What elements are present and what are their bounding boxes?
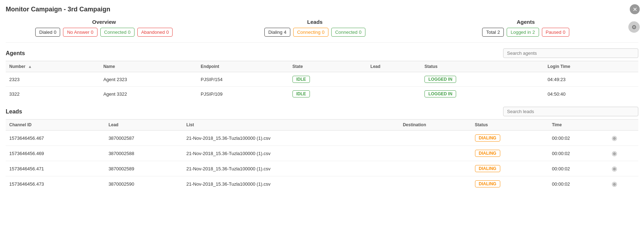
dialing-label: Dialing (268, 30, 283, 35)
agent-login-time: 04:50:40 (544, 87, 638, 101)
remove-lead-button[interactable]: ◉ (612, 134, 617, 142)
total-label: Total (486, 30, 496, 35)
leads-table: Channel ID Lead List Destination Status … (6, 119, 638, 191)
lead-number: 3870002589 (105, 161, 183, 176)
leads-col-channel-id: Channel ID (6, 120, 105, 131)
lead-destination (399, 161, 471, 176)
agents-overview-badges: Total 2 Logged in 2 Paused 0 (482, 28, 569, 37)
paused-value: 0 (563, 30, 565, 35)
connected-value: 0 (128, 30, 130, 35)
overview-section: Overview Dialed 0 No Answer 0 Connected … (6, 19, 638, 43)
table-row: 1573646456.469 3870002588 21-Nov-2018_15… (6, 146, 638, 161)
connecting-label: Connecting (297, 30, 321, 35)
agents-col-lead: Lead (367, 61, 421, 72)
lead-status: DIALING (471, 161, 549, 176)
logged-in-badge: Logged in 2 (507, 28, 539, 37)
lead-channel-id: 1573646456.471 (6, 161, 105, 176)
leads-section-header: Leads (6, 107, 638, 116)
leads-overview-badges: Dialing 4 Connecting 0 Connected 0 (264, 28, 365, 37)
leads-overview-group: Leads Dialing 4 Connecting 0 Connected 0 (217, 19, 413, 37)
agents-col-login-time: Login Time (544, 61, 638, 72)
leads-connected-label: Connected (335, 30, 358, 35)
settings-icon: ⚙ (632, 24, 637, 31)
leads-connected-badge: Connected 0 (331, 28, 365, 37)
lead-time: 00:00:02 (548, 176, 608, 192)
lead-number: 3870002588 (105, 146, 183, 161)
total-badge: Total 2 (482, 28, 504, 37)
agent-name: Agent 3322 (100, 87, 197, 101)
abandoned-badge: Abandoned 0 (137, 28, 173, 37)
close-button[interactable]: ✕ (630, 4, 640, 14)
no-answer-label: No Answer (67, 30, 89, 35)
paused-badge: Paused 0 (542, 28, 569, 37)
lead-destination (399, 146, 471, 161)
agent-state: IDLE (289, 87, 367, 101)
lead-time: 00:00:02 (548, 131, 608, 146)
page-container: ✕ Monitor Campaign - 3rd Campaign Overvi… (0, 0, 644, 239)
agent-state: IDLE (289, 72, 367, 87)
leads-table-header-row: Channel ID Lead List Destination Status … (6, 120, 638, 131)
overview-title: Overview (92, 19, 116, 25)
lead-remove[interactable]: ◉ (608, 146, 638, 161)
lead-remove[interactable]: ◉ (608, 176, 638, 192)
abandoned-value: 0 (166, 30, 169, 35)
remove-lead-button[interactable]: ◉ (612, 149, 617, 157)
agent-lead (367, 72, 421, 87)
leads-col-list: List (183, 120, 399, 131)
agents-section-title: Agents (6, 50, 25, 57)
agents-overview-title: Agents (517, 19, 535, 25)
overview-group: Overview Dialed 0 No Answer 0 Connected … (6, 19, 202, 37)
total-value: 2 (497, 30, 500, 35)
agent-number: 2323 (6, 72, 100, 87)
no-answer-badge: No Answer 0 (63, 28, 97, 37)
lead-list: 21-Nov-2018_15.36-Tuzla100000 (1).csv (183, 176, 399, 192)
no-answer-value: 0 (91, 30, 93, 35)
table-row: 1573646456.471 3870002589 21-Nov-2018_15… (6, 161, 638, 176)
lead-number: 3870002590 (105, 176, 183, 192)
connected-badge: Connected 0 (100, 28, 134, 37)
remove-lead-button[interactable]: ◉ (612, 165, 617, 172)
leads-col-time: Time (548, 120, 608, 131)
remove-lead-button[interactable]: ◉ (612, 180, 617, 188)
leads-col-action (608, 120, 638, 131)
lead-time: 00:00:02 (548, 161, 608, 176)
overview-badges: Dialed 0 No Answer 0 Connected 0 Abandon… (35, 28, 173, 37)
lead-destination (399, 176, 471, 192)
lead-channel-id: 1573646456.473 (6, 176, 105, 192)
agent-name: Agent 2323 (100, 72, 197, 87)
lead-channel-id: 1573646456.469 (6, 146, 105, 161)
connecting-value: 0 (322, 30, 324, 35)
dialed-value: 0 (54, 30, 56, 35)
lead-remove[interactable]: ◉ (608, 131, 638, 146)
close-icon: ✕ (633, 6, 637, 13)
lead-status: DIALING (471, 131, 549, 146)
logged-in-label: Logged in (511, 30, 531, 35)
search-agents-input[interactable] (503, 48, 638, 58)
agent-number: 3322 (6, 87, 100, 101)
agents-col-status: Status (421, 61, 544, 72)
abandoned-label: Abandoned (141, 30, 165, 35)
leads-col-status: Status (471, 120, 549, 131)
agents-section-header: Agents (6, 48, 638, 58)
search-leads-input[interactable] (503, 107, 638, 116)
paused-label: Paused (546, 30, 561, 35)
leads-connected-value: 0 (359, 30, 361, 35)
settings-button[interactable]: ⚙ (628, 21, 640, 33)
logged-in-value: 2 (532, 30, 535, 35)
lead-list: 21-Nov-2018_15.36-Tuzla100000 (1).csv (183, 131, 399, 146)
table-row: 1573646456.473 3870002590 21-Nov-2018_15… (6, 176, 638, 192)
page-title: Monitor Campaign - 3rd Campaign (6, 6, 638, 13)
dialing-value: 4 (284, 30, 286, 35)
agents-col-name: Name (100, 61, 197, 72)
lead-list: 21-Nov-2018_15.36-Tuzla100000 (1).csv (183, 161, 399, 176)
connecting-badge: Connecting 0 (293, 28, 328, 37)
table-row: 2323 Agent 2323 PJSIP/154 IDLE LOGGED IN… (6, 72, 638, 87)
agent-endpoint: PJSIP/154 (197, 72, 289, 87)
agents-table-header-row: Number ▲ Name Endpoint State Lead Status… (6, 61, 638, 72)
table-row: 1573646456.467 3870002587 21-Nov-2018_15… (6, 131, 638, 146)
lead-destination (399, 131, 471, 146)
leads-section-title: Leads (6, 108, 22, 115)
lead-channel-id: 1573646456.467 (6, 131, 105, 146)
lead-remove[interactable]: ◉ (608, 161, 638, 176)
agents-col-endpoint: Endpoint (197, 61, 289, 72)
